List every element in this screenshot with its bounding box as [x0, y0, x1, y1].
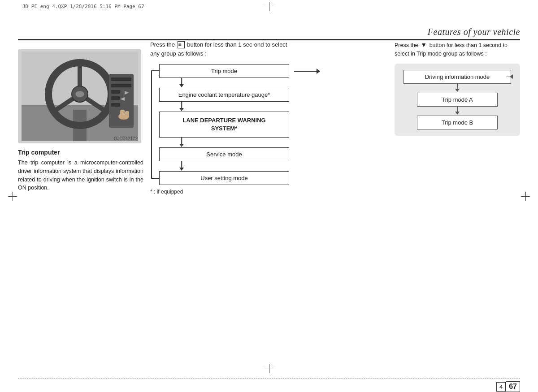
- svg-point-8: [75, 91, 84, 97]
- driving-info-row: Driving information mode: [404, 70, 511, 84]
- page-section-number: 4: [496, 382, 506, 392]
- main-content: OJD042172 Trip computer The trip compute…: [18, 36, 520, 365]
- if-equipped-note: * : if equipped: [150, 189, 289, 195]
- right-arrow-1: [453, 84, 462, 93]
- bottom-center-crosshair: [265, 364, 273, 373]
- trip-computer-title: Trip computer: [18, 149, 143, 156]
- arrow-2: [177, 102, 186, 112]
- arrow-3: [177, 138, 186, 147]
- trip-mode-right-connector: [294, 69, 320, 74]
- trip-mode-b-box: Trip mode B: [417, 116, 498, 129]
- trip-mode-box: Trip mode: [159, 64, 289, 78]
- bracket-line: [151, 70, 152, 179]
- right-flow-diagram: Driving information mode Trip mode A Tri…: [395, 64, 520, 136]
- flow-diagram: Trip mode Engine coolant temperature gau…: [159, 64, 289, 185]
- svg-rect-9: [109, 74, 134, 128]
- svg-rect-10: [111, 78, 131, 81]
- arrow-1: [177, 78, 186, 88]
- bracket-top: [151, 70, 159, 71]
- driving-info-box: Driving information mode: [404, 70, 511, 84]
- service-mode-box: Service mode: [159, 147, 289, 161]
- steering-wheel-svg: [22, 52, 138, 141]
- arrow-4: [177, 161, 186, 171]
- right-section: Press the ▼ button for less than 1 secon…: [395, 40, 520, 136]
- left-mid-crosshair: [8, 192, 17, 201]
- image-caption: OJD042172: [114, 136, 138, 141]
- user-setting-box: User setting mode: [159, 171, 289, 185]
- svg-rect-18: [120, 110, 125, 118]
- car-image: OJD042172: [18, 49, 141, 143]
- left-section: OJD042172 Trip computer The trip compute…: [18, 49, 143, 192]
- lane-departure-box: LANE DEPARTURE WARNINGSYSTEM*: [159, 112, 289, 138]
- left-arrow-indicator: [506, 74, 513, 79]
- right-mid-crosshair: [521, 192, 530, 201]
- svg-rect-14: [111, 103, 120, 107]
- trip-mode-a-box: Trip mode A: [417, 93, 498, 107]
- page-number: 67: [506, 381, 520, 392]
- svg-rect-12: [111, 90, 120, 94]
- right-press-instruction: Press the ▼ button for less than 1 secon…: [395, 40, 520, 58]
- menu-icon: [178, 41, 185, 48]
- top-center-crosshair: [265, 2, 273, 11]
- press-instruction: Press the button for less than 1 sec-ond…: [150, 40, 289, 58]
- middle-section: Press the button for less than 1 sec-ond…: [150, 40, 289, 195]
- bracket-bottom: [151, 178, 159, 179]
- down-arrow-icon: ▼: [421, 41, 427, 48]
- right-arrow-2: [453, 107, 462, 116]
- trip-computer-text: The trip computer is a microcomputer-con…: [18, 159, 143, 192]
- print-info: JD PE eng 4.QXP 1/28/2016 5:16 PM Page 6…: [22, 4, 144, 9]
- footer: 4 67: [18, 378, 520, 392]
- svg-rect-11: [111, 84, 131, 87]
- svg-rect-13: [111, 96, 120, 100]
- page-numbers: 4 67: [496, 381, 520, 392]
- svg-rect-19: [125, 111, 129, 117]
- engine-coolant-box: Engine coolant temperature gauge*: [159, 88, 289, 102]
